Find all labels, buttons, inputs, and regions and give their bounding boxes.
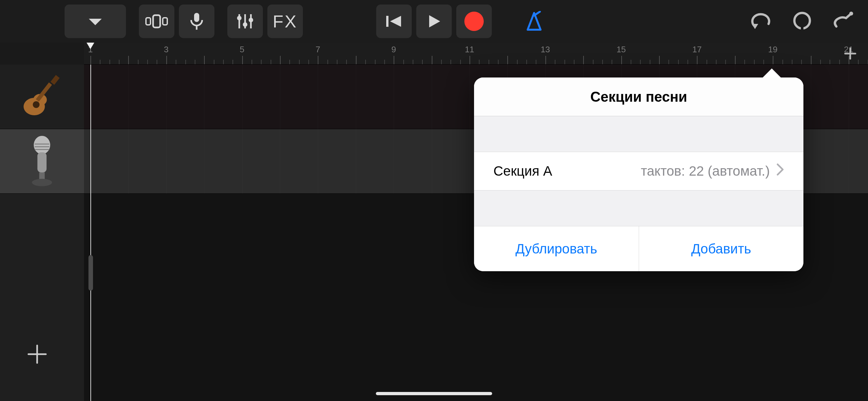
svg-point-9: [243, 22, 247, 27]
svg-point-18: [795, 13, 810, 28]
popover-spacer-top: [474, 116, 803, 152]
svg-marker-13: [390, 16, 401, 27]
undo-button[interactable]: [749, 11, 772, 32]
bar-number: 9: [392, 44, 396, 55]
vertical-scroll-handle[interactable]: [89, 255, 93, 290]
popover-spacer-bottom: [474, 190, 803, 226]
section-detail-value: тактов: 22 (автомат.): [552, 163, 770, 179]
section-name-label: Секция A: [493, 163, 552, 179]
record-icon: [464, 11, 484, 31]
track-header-mic[interactable]: [0, 129, 84, 194]
home-indicator: [376, 392, 492, 395]
svg-marker-17: [752, 24, 758, 29]
bar-number: 5: [240, 44, 244, 55]
popover-arrow: [763, 68, 781, 78]
svg-point-31: [32, 179, 52, 186]
microphone-icon: [23, 134, 61, 189]
popover-footer: Дублировать Добавить: [474, 226, 803, 271]
svg-rect-19: [801, 27, 803, 31]
rewind-button[interactable]: [376, 4, 412, 38]
tracks-view-button[interactable]: [139, 4, 175, 38]
svg-marker-0: [89, 19, 102, 25]
settings-button[interactable]: [832, 10, 855, 32]
svg-rect-29: [37, 152, 46, 172]
bar-number: 3: [164, 44, 168, 55]
add-button[interactable]: Добавить: [639, 226, 804, 271]
timeline-ruler[interactable]: 13579111315171921: [84, 42, 868, 65]
guitar-icon: [18, 73, 66, 121]
popover-title: Секции песни: [474, 78, 803, 116]
bar-number: 13: [540, 44, 550, 55]
svg-point-28: [34, 135, 51, 154]
svg-rect-27: [51, 75, 59, 85]
svg-rect-4: [194, 13, 199, 22]
top-toolbar: FX: [0, 0, 868, 42]
playhead-line[interactable]: [90, 65, 91, 401]
song-sections-popover: Секции песни Секция A тактов: 22 (автома…: [474, 78, 803, 271]
instrument-browser-button[interactable]: [65, 4, 126, 38]
bar-number: 15: [616, 44, 626, 55]
track-header-guitar[interactable]: [0, 65, 84, 129]
bar-number: 11: [465, 44, 474, 55]
chevron-right-icon: [776, 163, 784, 179]
track-controls-button[interactable]: [227, 4, 263, 38]
duplicate-button[interactable]: Дублировать: [474, 226, 639, 271]
svg-rect-1: [146, 18, 151, 25]
right-toolbar: [749, 0, 855, 42]
play-button[interactable]: [416, 4, 452, 38]
track-header-column: [0, 65, 84, 401]
svg-rect-12: [386, 16, 389, 27]
svg-point-11: [249, 18, 253, 22]
transport-group: [376, 4, 492, 38]
loop-browser-button[interactable]: [792, 10, 812, 32]
playhead-marker[interactable]: [87, 42, 94, 49]
svg-rect-2: [153, 15, 160, 27]
bar-number: 7: [315, 44, 320, 55]
fx-button[interactable]: FX: [268, 4, 303, 38]
svg-point-25: [33, 101, 40, 108]
svg-rect-3: [163, 18, 167, 25]
microphone-input-button[interactable]: [179, 4, 214, 38]
fx-label: FX: [273, 11, 298, 31]
add-section-button[interactable]: [839, 47, 862, 61]
svg-marker-14: [429, 15, 440, 27]
add-track-button[interactable]: [23, 340, 52, 369]
svg-point-20: [849, 11, 853, 16]
bar-number: 17: [692, 44, 702, 55]
record-button[interactable]: [456, 4, 492, 38]
bar-number: 19: [768, 44, 778, 55]
section-row[interactable]: Секция A тактов: 22 (автомат.): [474, 152, 803, 190]
metronome-button[interactable]: [518, 4, 550, 38]
svg-point-7: [237, 16, 242, 20]
